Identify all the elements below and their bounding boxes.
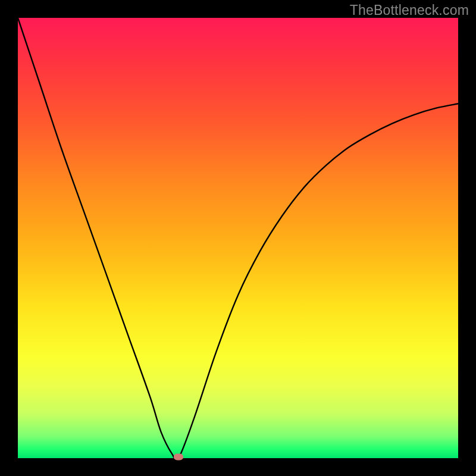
optimum-marker bbox=[174, 454, 183, 461]
chart-frame: TheBottleneck.com bbox=[0, 0, 476, 476]
plot-area bbox=[18, 18, 458, 458]
bottleneck-curve bbox=[18, 18, 458, 458]
watermark-text: TheBottleneck.com bbox=[350, 2, 469, 18]
